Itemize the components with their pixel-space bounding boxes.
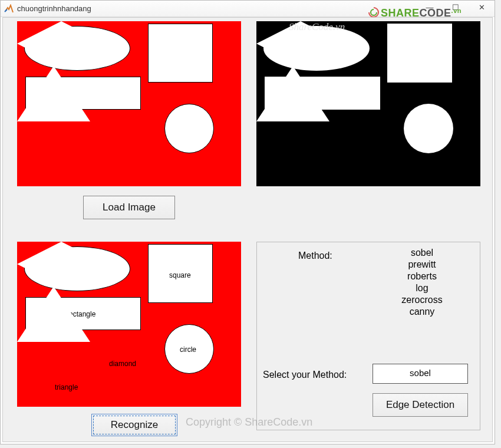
matlab-icon	[4, 4, 14, 14]
title-bar: chuongtrinhnhandang — ☐ ✕	[1, 1, 495, 17]
label-diamond: diamond	[109, 360, 136, 368]
processed-image-panel: ShareCode.vn	[256, 21, 480, 186]
method-item: roberts	[381, 271, 463, 282]
shape-square	[387, 24, 452, 83]
methods-panel: Method: sobel prewitt roberts log zerocr…	[256, 242, 480, 430]
window-title: chuongtrinhnhandang	[17, 4, 91, 13]
selected-method-input[interactable]: sobel	[373, 364, 468, 384]
label-circle: circle	[180, 345, 196, 354]
edge-detection-button[interactable]: Edge Detection	[373, 393, 468, 417]
client-area: ShareCode.vn Load Image ellipse square r…	[2, 17, 493, 442]
shape-circle	[164, 104, 214, 153]
maximize-button[interactable]: ☐	[443, 1, 469, 15]
minimize-button[interactable]: —	[417, 1, 443, 15]
method-item: zerocross	[381, 294, 463, 306]
label-triangle: triangle	[55, 383, 78, 391]
select-method-label: Select your Method:	[263, 370, 347, 380]
method-item: sobel	[381, 247, 463, 259]
label-square: square	[169, 271, 191, 279]
input-image-panel	[17, 21, 241, 186]
method-list: sobel prewitt roberts log zerocross cann…	[381, 247, 463, 318]
recognition-result-panel: ellipse square rectangle circle diamond …	[17, 242, 241, 407]
app-window: chuongtrinhnhandang — ☐ ✕ SHARECODE.vn	[0, 0, 495, 444]
method-item: prewitt	[381, 259, 463, 271]
load-image-button[interactable]: Load Image	[83, 196, 175, 219]
method-item: log	[381, 282, 463, 294]
close-button[interactable]: ✕	[469, 1, 495, 15]
method-heading: Method:	[298, 251, 332, 261]
shape-circle	[404, 104, 453, 153]
shape-square	[148, 24, 213, 83]
method-item: canny	[381, 306, 463, 318]
recognize-button[interactable]: Recognize	[91, 414, 177, 436]
